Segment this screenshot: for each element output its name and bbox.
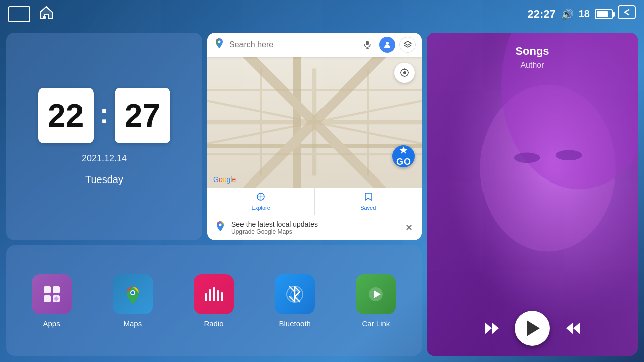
apps-icon (32, 274, 72, 314)
svg-point-3 (218, 41, 221, 43)
app-item-bluetooth[interactable]: Bluetooth (260, 274, 331, 328)
music-content: Songs Author (427, 33, 638, 356)
map-notification: See the latest local updates Upgrade Goo… (207, 215, 422, 240)
clock-colon: : (100, 97, 109, 130)
notification-subtitle: Upgrade Google Maps (231, 228, 398, 235)
status-right: 22:27 🔊 18 (527, 5, 636, 23)
carlink-icon (356, 274, 396, 314)
saved-label: Saved (360, 205, 376, 211)
explore-icon (256, 192, 265, 204)
map-search-input[interactable] (229, 40, 355, 49)
app-item-apps[interactable]: Apps (16, 274, 87, 328)
play-triangle-icon (527, 320, 540, 336)
clock-widget: 22 : 27 2021.12.14 Tuesday (6, 33, 202, 240)
battery-fill (597, 11, 608, 17)
music-info: Songs Author (427, 33, 638, 75)
notification-pin-icon (214, 220, 226, 235)
map-mic-icon[interactable] (359, 37, 375, 53)
app-shortcuts: Apps Maps (6, 245, 422, 356)
map-tab-saved[interactable]: Saved (315, 188, 422, 215)
map-locate-button[interactable] (394, 63, 415, 83)
main-content: 22 : 27 2021.12.14 Tuesday (0, 28, 644, 362)
app-item-radio[interactable]: Radio (178, 274, 249, 328)
clock-display: 22 : 27 (38, 88, 171, 143)
map-search-bar (207, 33, 422, 57)
clock-date: 2021.12.14 (82, 153, 127, 164)
music-controls (427, 301, 638, 356)
music-widget: Songs Author (427, 33, 638, 356)
svg-rect-25 (44, 286, 51, 293)
svg-rect-27 (44, 295, 51, 302)
map-widget: Google GO (207, 33, 422, 240)
svg-marker-49 (573, 322, 580, 334)
notification-text: See the latest local updates Upgrade Goo… (231, 220, 398, 235)
bluetooth-label: Bluetooth (279, 319, 311, 328)
music-author: Author (437, 61, 628, 70)
app-item-carlink[interactable]: Car Link (341, 274, 412, 328)
svg-marker-8 (404, 41, 411, 45)
explore-label: Explore (252, 205, 270, 211)
clock-day: Tuesday (85, 174, 123, 186)
volume-number: 18 (579, 8, 590, 20)
map-account-icon[interactable] (379, 37, 395, 53)
map-go-label: GO (396, 157, 411, 167)
svg-rect-34 (213, 287, 215, 301)
notification-close-button[interactable]: ✕ (403, 220, 415, 235)
volume-icon: 🔊 (561, 8, 574, 20)
back-icon[interactable] (618, 5, 636, 23)
music-title: Songs (437, 45, 628, 58)
maps-app-label: Maps (123, 319, 142, 328)
saved-icon (364, 192, 372, 204)
map-area: Google GO (207, 57, 422, 188)
svg-rect-36 (221, 292, 223, 301)
status-left (8, 5, 54, 23)
google-maps-icon (213, 37, 225, 52)
svg-rect-4 (366, 41, 369, 45)
google-logo: Google (213, 175, 236, 184)
svg-point-31 (131, 291, 134, 294)
window-icon[interactable] (8, 6, 30, 22)
carlink-label: Car Link (362, 319, 390, 328)
svg-rect-35 (217, 290, 219, 301)
svg-marker-47 (492, 322, 499, 334)
svg-rect-2 (618, 6, 635, 19)
bluetooth-icon (275, 274, 315, 314)
clock-hour: 22 (38, 88, 94, 143)
map-tabs: Explore Saved (207, 188, 422, 215)
svg-rect-32 (205, 293, 207, 301)
home-icon[interactable] (38, 5, 54, 23)
svg-rect-26 (53, 286, 60, 293)
notification-title: See the latest local updates (231, 220, 398, 228)
music-forward-button[interactable] (565, 321, 581, 335)
map-tab-explore[interactable]: Explore (207, 188, 315, 215)
radio-icon (194, 274, 234, 314)
status-bar: 22:27 🔊 18 (0, 0, 644, 28)
status-time: 22:27 (527, 8, 555, 21)
svg-marker-1 (40, 7, 52, 19)
svg-point-18 (403, 71, 406, 74)
svg-marker-46 (485, 322, 492, 334)
music-play-button[interactable] (515, 311, 550, 346)
apps-label: Apps (43, 319, 60, 328)
map-go-button[interactable]: GO (392, 145, 415, 167)
svg-point-24 (219, 224, 222, 226)
map-layers-icon[interactable] (399, 37, 416, 53)
svg-marker-48 (566, 322, 573, 334)
battery-icon (595, 9, 613, 19)
clock-minute: 27 (115, 88, 170, 143)
radio-label: Radio (204, 319, 223, 328)
app-item-maps[interactable]: Maps (97, 274, 168, 328)
maps-app-icon (113, 274, 153, 314)
music-rewind-button[interactable] (484, 321, 500, 335)
svg-rect-33 (209, 289, 211, 301)
svg-point-7 (386, 42, 389, 45)
